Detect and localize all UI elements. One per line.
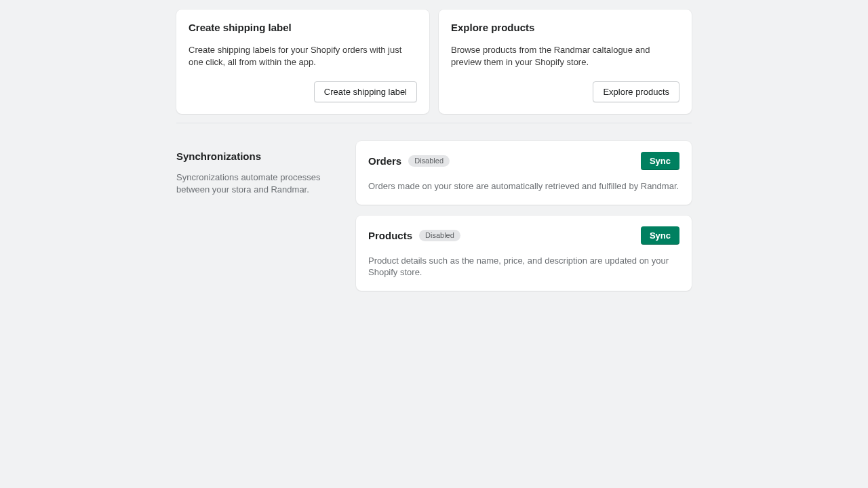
sync-card-header: Products Disabled Sync (368, 226, 679, 245)
status-badge: Disabled (408, 155, 450, 167)
sync-card-title: Orders (368, 155, 401, 167)
orders-sync-card: Orders Disabled Sync Orders made on your… (356, 141, 692, 205)
section-description: Syncronizations automate processes betwe… (176, 171, 342, 195)
sync-card-description: Orders made on your store are automatica… (368, 180, 679, 192)
card-title: Explore products (451, 22, 679, 33)
sync-card-header: Orders Disabled Sync (368, 152, 679, 170)
main-container: Create shipping label Create shipping la… (176, 9, 692, 291)
section-title: Synchronizations (176, 150, 342, 162)
section-divider (176, 123, 692, 123)
sync-orders-button[interactable]: Sync (641, 152, 679, 170)
synchronizations-section: Synchronizations Syncronizations automat… (176, 141, 692, 291)
card-description: Browse products from the Randmar caltalo… (451, 44, 679, 68)
sync-card-description: Product details such as the name, price,… (368, 255, 679, 279)
products-sync-card: Products Disabled Sync Product details s… (356, 216, 692, 291)
card-description: Create shipping labels for your Shopify … (189, 44, 417, 68)
explore-products-button[interactable]: Explore products (593, 81, 679, 102)
explore-products-card: Explore products Browse products from th… (439, 9, 692, 114)
sync-products-button[interactable]: Sync (641, 226, 679, 245)
card-actions: Create shipping label (189, 81, 417, 102)
card-actions: Explore products (451, 81, 679, 102)
section-intro: Synchronizations Syncronizations automat… (176, 141, 342, 291)
sync-cards-column: Orders Disabled Sync Orders made on your… (356, 141, 692, 291)
card-title: Create shipping label (189, 22, 417, 33)
top-cards-row: Create shipping label Create shipping la… (176, 9, 692, 114)
shipping-label-card: Create shipping label Create shipping la… (176, 9, 429, 114)
status-badge: Disabled (419, 230, 460, 241)
create-shipping-label-button[interactable]: Create shipping label (314, 81, 417, 102)
sync-card-title: Products (368, 230, 412, 241)
